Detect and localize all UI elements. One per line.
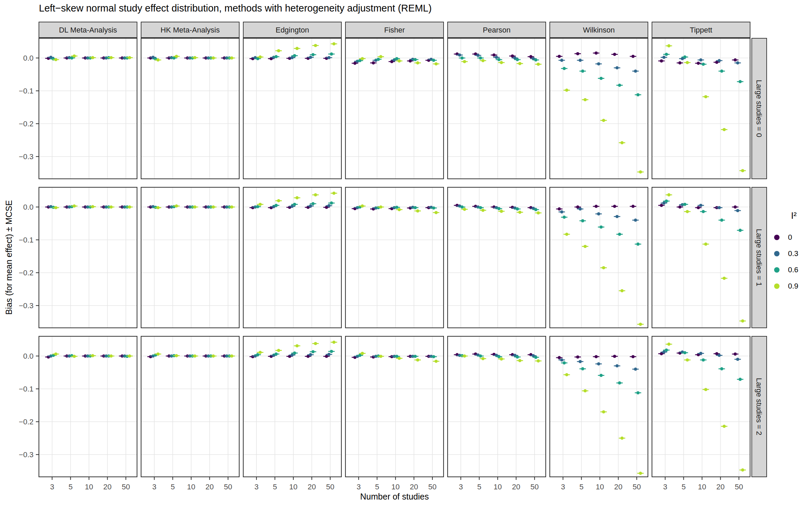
point-marker: [718, 206, 721, 209]
panel-background: [550, 38, 648, 179]
point-marker: [665, 53, 668, 56]
point-marker: [256, 353, 259, 356]
point-marker: [275, 204, 278, 207]
point-marker: [563, 361, 566, 364]
point-marker: [110, 355, 113, 358]
point-marker: [212, 206, 215, 209]
point-marker: [54, 58, 57, 61]
point-marker: [581, 69, 584, 72]
point-marker: [518, 359, 521, 362]
point-marker: [518, 211, 521, 214]
x-tick-label: 5: [477, 483, 481, 491]
point-marker: [314, 193, 317, 196]
facet-panel: [550, 38, 648, 179]
legend-key-dot-icon: [774, 251, 780, 256]
point-marker: [704, 95, 707, 98]
point-marker: [697, 206, 700, 209]
point-marker: [618, 84, 621, 87]
point-marker: [91, 56, 94, 59]
point-marker: [500, 210, 503, 213]
point-marker: [565, 233, 568, 236]
point-marker: [332, 192, 335, 195]
point-marker: [361, 205, 364, 208]
point-marker: [325, 355, 328, 358]
point-marker: [613, 205, 616, 208]
point-marker: [193, 206, 196, 209]
panel-background: [652, 336, 750, 477]
point-marker: [258, 56, 262, 59]
point-marker: [636, 391, 639, 394]
point-marker: [295, 196, 298, 199]
point-marker: [414, 355, 417, 358]
point-marker: [91, 205, 94, 208]
legend-title: I²: [791, 211, 812, 221]
point-marker: [230, 57, 233, 60]
x-tick-label: 5: [579, 483, 583, 491]
point-marker: [495, 56, 498, 59]
point-marker: [497, 355, 500, 358]
point-marker: [377, 58, 380, 61]
point-marker: [699, 204, 702, 207]
legend-entry: 0: [772, 229, 812, 246]
point-marker: [479, 355, 482, 358]
facet-col-strip-label: HK Meta-Analysis: [161, 26, 220, 34]
panel-background: [550, 187, 648, 328]
point-marker: [563, 67, 566, 70]
point-marker: [579, 360, 582, 363]
point-marker: [723, 277, 726, 280]
point-marker: [479, 57, 482, 60]
point-marker: [275, 55, 278, 58]
point-marker: [576, 52, 579, 55]
point-marker: [156, 353, 159, 356]
point-marker: [463, 208, 466, 211]
point-marker: [597, 62, 600, 65]
point-marker: [481, 357, 484, 360]
point-marker: [600, 374, 603, 377]
point-marker: [662, 351, 666, 354]
point-marker: [723, 128, 726, 131]
point-marker: [395, 57, 398, 60]
legend-entry: 0.6: [772, 262, 812, 278]
x-tick-label: 20: [410, 483, 418, 491]
point-marker: [73, 55, 76, 58]
facet-grid-canvas: DL Meta-AnalysisHK Meta-AnalysisEdgingto…: [0, 0, 812, 508]
point-marker: [432, 206, 435, 209]
facet-row-strip-label: Large studies = 1: [755, 229, 763, 286]
point-marker: [660, 204, 663, 207]
point-marker: [258, 351, 262, 354]
point-marker: [398, 208, 401, 211]
point-marker: [697, 62, 700, 65]
x-tick-label: 10: [85, 483, 93, 491]
point-marker: [613, 53, 616, 56]
point-marker: [662, 56, 666, 59]
point-marker: [558, 55, 561, 58]
point-marker: [634, 367, 637, 371]
point-marker: [686, 358, 689, 361]
point-marker: [516, 207, 519, 210]
point-marker: [529, 55, 532, 58]
point-marker: [720, 218, 723, 221]
point-marker: [312, 53, 315, 56]
point-marker: [741, 169, 744, 172]
point-marker: [634, 218, 637, 221]
x-tick-label: 5: [375, 483, 379, 491]
x-tick-label: 10: [494, 483, 502, 491]
point-marker: [584, 245, 587, 248]
point-marker: [295, 47, 298, 50]
point-marker: [395, 355, 398, 358]
x-tick-label: 10: [187, 483, 195, 491]
point-marker: [576, 355, 579, 358]
point-marker: [395, 206, 398, 209]
point-marker: [516, 58, 519, 61]
facet-col-strip-label: DL Meta-Analysis: [59, 26, 117, 34]
x-tick-label: 50: [428, 483, 436, 491]
x-axis-title: Number of studies: [360, 492, 429, 502]
point-marker: [615, 66, 618, 69]
point-marker: [621, 437, 624, 440]
point-marker: [277, 49, 280, 52]
point-marker: [631, 355, 634, 358]
facet-col-strip-label: Wilkinson: [583, 26, 615, 34]
point-marker: [639, 323, 642, 326]
point-marker: [91, 354, 94, 357]
point-marker: [584, 389, 587, 392]
